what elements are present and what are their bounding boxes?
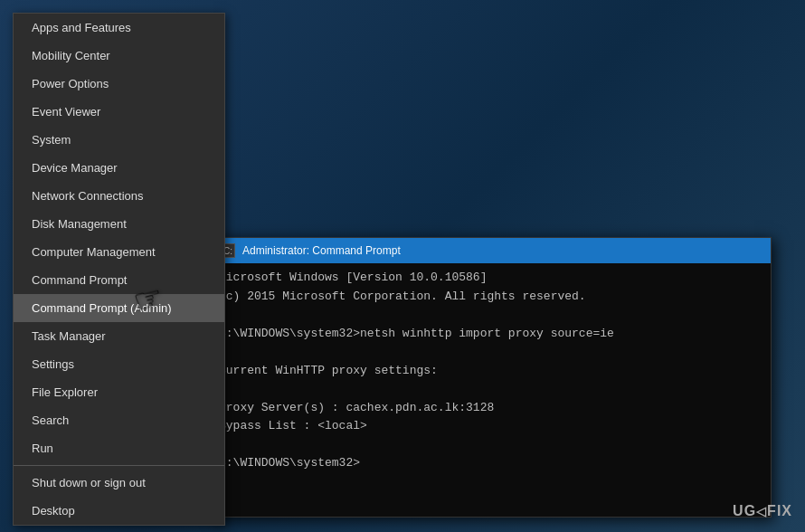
cmd-line [219,436,763,454]
menu-item-task-manager[interactable]: Task Manager [14,322,224,350]
cmd-body[interactable]: Microsoft Windows [Version 10.0.10586](c… [212,263,771,517]
menu-item-run[interactable]: Run [14,434,224,462]
cmd-line: (c) 2015 Microsoft Corporation. All righ… [219,288,763,306]
menu-item-shut-down[interactable]: Shut down or sign out [14,469,224,497]
cmd-line [219,380,763,398]
menu-item-command-prompt-admin[interactable]: Command Prompt (Admin) [14,294,224,322]
menu-item-computer-management[interactable]: Computer Management [14,238,224,266]
menu-item-search[interactable]: Search [14,406,224,434]
menu-item-network-connections[interactable]: Network Connections [14,182,224,210]
menu-item-file-explorer[interactable]: File Explorer [14,378,224,406]
menu-item-command-prompt[interactable]: Command Prompt [14,266,224,294]
menu-item-settings[interactable]: Settings [14,350,224,378]
cmd-window[interactable]: C: Administrator: Command Prompt Microso… [211,237,772,518]
context-menu: Apps and FeaturesMobility CenterPower Op… [13,13,225,526]
menu-item-power-options[interactable]: Power Options [14,70,224,98]
menu-item-system[interactable]: System [14,126,224,154]
cmd-titlebar: C: Administrator: Command Prompt [212,238,771,263]
cmd-line: Bypass List : <local> [219,417,763,435]
menu-item-desktop[interactable]: Desktop [14,497,224,525]
cmd-line [219,343,763,361]
menu-divider [14,465,224,466]
menu-item-event-viewer[interactable]: Event Viewer [14,98,224,126]
cmd-line: Current WinHTTP proxy settings: [219,362,763,380]
cmd-line: C:\WINDOWS\system32> [219,454,763,472]
watermark-text: UG◁FIX [733,503,792,518]
desktop: Apps and FeaturesMobility CenterPower Op… [0,0,805,532]
watermark: UG◁FIX [733,503,792,519]
cmd-line: C:\WINDOWS\system32>netsh winhttp import… [219,325,763,343]
cmd-line: Proxy Server(s) : cachex.pdn.ac.lk:3128 [219,399,763,417]
cmd-line: Microsoft Windows [Version 10.0.10586] [219,269,763,287]
menu-item-apps-features[interactable]: Apps and Features [14,14,224,42]
cmd-line [219,306,763,324]
menu-item-device-manager[interactable]: Device Manager [14,154,224,182]
menu-item-mobility-center[interactable]: Mobility Center [14,42,224,70]
cmd-title: Administrator: Command Prompt [242,244,762,257]
menu-item-disk-management[interactable]: Disk Management [14,210,224,238]
